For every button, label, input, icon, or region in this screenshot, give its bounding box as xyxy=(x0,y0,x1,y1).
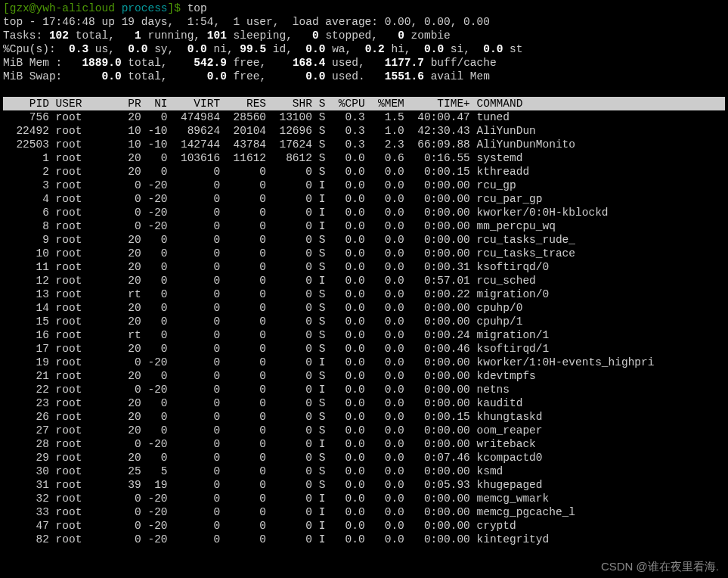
process-row[interactable]: 1 root 20 0 103616 11612 8612 S 0.0 0.6 … xyxy=(3,151,725,165)
process-row[interactable]: 13 root rt 0 0 0 0 S 0.0 0.0 0:00.22 mig… xyxy=(3,287,725,301)
process-row[interactable]: 4 root 0 -20 0 0 0 I 0.0 0.0 0:00.00 rcu… xyxy=(3,192,725,206)
process-row[interactable]: 2 root 20 0 0 0 0 S 0.0 0.0 0:00.15 kthr… xyxy=(3,165,725,179)
process-row[interactable]: 756 root 20 0 474984 28560 13100 S 0.3 1… xyxy=(3,110,725,124)
process-row[interactable]: 3 root 0 -20 0 0 0 I 0.0 0.0 0:00.00 rcu… xyxy=(3,179,725,192)
process-row[interactable]: 26 root 20 0 0 0 0 S 0.0 0.0 0:00.15 khu… xyxy=(3,410,725,424)
process-row[interactable]: 31 root 39 19 0 0 0 S 0.0 0.0 0:05.93 kh… xyxy=(3,478,725,492)
terminal[interactable]: [gzx@ywh-alicloud process]$ top top - 17… xyxy=(0,0,728,548)
process-row[interactable]: 33 root 0 -20 0 0 0 I 0.0 0.0 0:00.00 me… xyxy=(3,505,725,519)
summary-swap: MiB Swap: 0.0 total, 0.0 free, 0.0 used.… xyxy=(3,70,725,83)
summary-mem: MiB Mem : 1889.0 total, 542.9 free, 168.… xyxy=(3,56,725,70)
process-row[interactable]: 12 root 20 0 0 0 0 I 0.0 0.0 0:57.01 rcu… xyxy=(3,274,725,287)
process-row[interactable]: 15 root 20 0 0 0 0 S 0.0 0.0 0:00.00 cpu… xyxy=(3,315,725,328)
summary-tasks: Tasks: 102 total, 1 running, 101 sleepin… xyxy=(3,29,725,42)
process-row[interactable]: 10 root 20 0 0 0 0 S 0.0 0.0 0:00.00 rcu… xyxy=(3,247,725,260)
process-row[interactable]: 8 root 0 -20 0 0 0 I 0.0 0.0 0:00.00 mm_… xyxy=(3,219,725,233)
column-header[interactable]: PID USER PR NI VIRT RES SHR S %CPU %MEM … xyxy=(3,97,725,110)
process-row[interactable]: 11 root 20 0 0 0 0 S 0.0 0.0 0:00.31 kso… xyxy=(3,260,725,274)
process-row[interactable]: 16 root rt 0 0 0 0 S 0.0 0.0 0:00.24 mig… xyxy=(3,328,725,342)
process-row[interactable]: 21 root 20 0 0 0 0 S 0.0 0.0 0:00.00 kde… xyxy=(3,369,725,383)
summary-cpu: %Cpu(s): 0.3 us, 0.0 sy, 0.0 ni, 99.5 id… xyxy=(3,42,725,56)
process-row[interactable]: 32 root 0 -20 0 0 0 I 0.0 0.0 0:00.00 me… xyxy=(3,492,725,505)
prompt-line: [gzx@ywh-alicloud process]$ top xyxy=(3,2,725,15)
process-row[interactable]: 19 root 0 -20 0 0 0 I 0.0 0.0 0:00.00 kw… xyxy=(3,356,725,369)
process-row[interactable]: 47 root 0 -20 0 0 0 I 0.0 0.0 0:00.00 cr… xyxy=(3,519,725,533)
summary-uptime: top - 17:46:48 up 19 days, 1:54, 1 user,… xyxy=(3,15,725,29)
process-row[interactable]: 29 root 20 0 0 0 0 S 0.0 0.0 0:07.46 kco… xyxy=(3,451,725,465)
process-row[interactable]: 23 root 20 0 0 0 0 S 0.0 0.0 0:00.00 kau… xyxy=(3,396,725,410)
process-row[interactable]: 30 root 25 5 0 0 0 S 0.0 0.0 0:00.00 ksm… xyxy=(3,465,725,478)
process-row[interactable]: 27 root 20 0 0 0 0 S 0.0 0.0 0:00.00 oom… xyxy=(3,424,725,437)
process-list[interactable]: 756 root 20 0 474984 28560 13100 S 0.3 1… xyxy=(3,110,725,546)
process-row[interactable]: 6 root 0 -20 0 0 0 I 0.0 0.0 0:00.00 kwo… xyxy=(3,206,725,219)
process-row[interactable]: 9 root 20 0 0 0 0 S 0.0 0.0 0:00.00 rcu_… xyxy=(3,233,725,247)
process-row[interactable]: 28 root 0 -20 0 0 0 I 0.0 0.0 0:00.00 wr… xyxy=(3,437,725,451)
process-row[interactable]: 22 root 0 -20 0 0 0 I 0.0 0.0 0:00.00 ne… xyxy=(3,383,725,396)
process-row[interactable]: 14 root 20 0 0 0 0 S 0.0 0.0 0:00.00 cpu… xyxy=(3,301,725,315)
watermark: CSDN @谁在夜里看海. xyxy=(601,560,719,573)
process-row[interactable]: 22492 root 10 -10 89624 20104 12696 S 0.… xyxy=(3,124,725,138)
process-row[interactable]: 22503 root 10 -10 142744 43784 17624 S 0… xyxy=(3,138,725,151)
process-row[interactable]: 82 root 0 -20 0 0 0 I 0.0 0.0 0:00.00 ki… xyxy=(3,533,725,546)
blank-line xyxy=(3,83,725,97)
process-row[interactable]: 17 root 20 0 0 0 0 S 0.0 0.0 0:00.46 kso… xyxy=(3,342,725,356)
